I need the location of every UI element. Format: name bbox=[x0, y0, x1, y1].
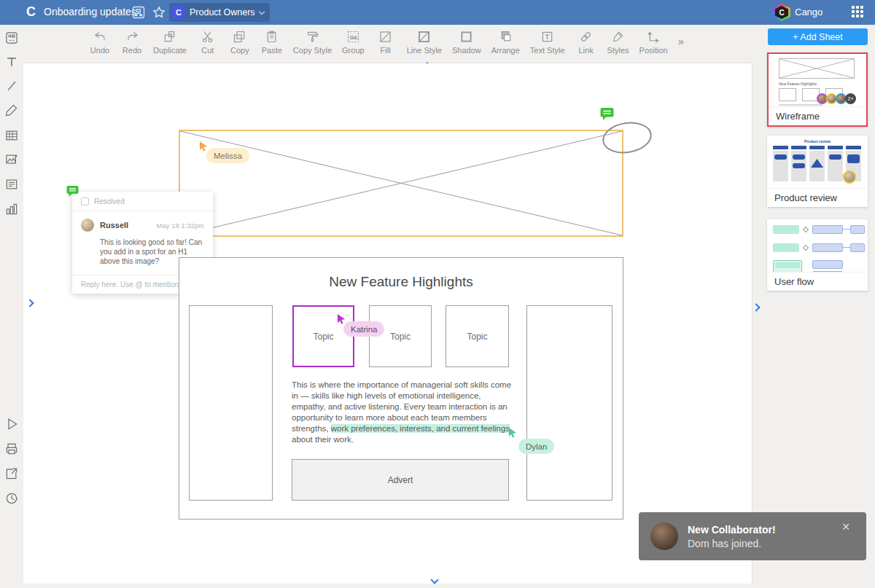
copy-button[interactable]: Copy bbox=[229, 29, 251, 55]
favorite-star-icon[interactable] bbox=[152, 5, 166, 20]
shadow-icon bbox=[459, 29, 474, 44]
table-tool-icon[interactable] bbox=[4, 128, 19, 143]
link-button[interactable]: Link bbox=[575, 29, 597, 55]
sheet-name: Product review bbox=[767, 188, 868, 207]
advert-box-shape[interactable]: Advert bbox=[292, 459, 509, 501]
group-button[interactable]: Group bbox=[342, 29, 365, 55]
copy-style-button[interactable]: Copy Style bbox=[293, 29, 332, 55]
comment-pin-icon[interactable] bbox=[66, 185, 79, 197]
sheet-thumbnail: New Feature Highlights 2+ bbox=[769, 54, 866, 106]
image-placeholder-shape[interactable] bbox=[179, 130, 623, 237]
collaborator-cursor-dylan-icon bbox=[508, 428, 518, 439]
history-icon[interactable] bbox=[4, 491, 19, 506]
undo-button[interactable]: Undo bbox=[89, 29, 111, 55]
wireframe-left-column-shape[interactable] bbox=[189, 305, 273, 501]
paste-button[interactable]: Paste bbox=[261, 29, 283, 55]
group-icon bbox=[346, 29, 361, 44]
expand-right-panel-chevron-icon[interactable] bbox=[752, 303, 760, 311]
text-style-icon bbox=[540, 29, 555, 44]
sheet-card-wireframe[interactable]: New Feature Highlights 2+ Wireframe bbox=[767, 52, 868, 127]
cut-icon bbox=[200, 29, 215, 44]
sheet-thumbnail bbox=[767, 219, 868, 272]
toast-title: New Collaborator! bbox=[688, 524, 776, 536]
top-header-bar: C Onboarding updates C Product Owners C … bbox=[0, 0, 875, 25]
comment-timestamp: May 18 1:32pm bbox=[157, 222, 204, 230]
wireframe-heading[interactable]: New Feature Highlights bbox=[179, 274, 623, 290]
line-style-icon bbox=[416, 29, 432, 44]
toast-close-icon[interactable]: ✕ bbox=[841, 521, 850, 533]
arrange-icon bbox=[498, 29, 513, 44]
commenter-name: Russell bbox=[100, 221, 128, 230]
image-tool-icon[interactable] bbox=[4, 152, 19, 167]
add-sheet-button[interactable]: + Add Sheet bbox=[768, 28, 868, 45]
thumbnail-heading-text: New Feature Highlights bbox=[779, 82, 817, 86]
wireframe-right-column-shape[interactable] bbox=[526, 305, 612, 501]
app-logo-icon[interactable]: C bbox=[26, 4, 36, 20]
highlighted-text: work preferences, interests, and current… bbox=[331, 424, 510, 433]
ellipse-annotation[interactable] bbox=[599, 118, 655, 157]
position-axes-icon bbox=[646, 29, 661, 44]
redo-icon bbox=[125, 29, 140, 44]
sheet-name: User flow bbox=[767, 272, 868, 291]
arrange-button[interactable]: Arrange bbox=[491, 29, 520, 55]
print-icon[interactable] bbox=[4, 442, 19, 456]
main-toolbar: Undo Redo Duplicate Cut Copy Paste Copy … bbox=[0, 25, 752, 63]
redo-button[interactable]: Redo bbox=[121, 29, 143, 55]
sheet-card-user-flow[interactable]: User flow bbox=[767, 219, 868, 291]
sheet-card-product-review[interactable]: Product review Product review bbox=[767, 136, 868, 207]
user-avatar[interactable]: C bbox=[773, 4, 790, 21]
topic-box[interactable]: Topic bbox=[446, 305, 509, 367]
paste-icon bbox=[264, 29, 279, 44]
team-selector-dropdown[interactable]: C Product Owners bbox=[169, 3, 270, 22]
canvas-footer-strip bbox=[23, 584, 752, 588]
resolved-checkbox[interactable] bbox=[81, 197, 89, 205]
styles-button[interactable]: Styles bbox=[607, 29, 629, 55]
sheet-name: Wireframe bbox=[769, 106, 866, 125]
duplicate-icon bbox=[162, 29, 177, 44]
collaborator-cursor-dylan-label: Dylan bbox=[518, 439, 554, 454]
fill-button[interactable]: Fill bbox=[375, 29, 397, 55]
drawing-canvas[interactable]: Melissa Resolved Russell May 18 1:32pm T… bbox=[23, 63, 752, 588]
new-collaborator-toast: New Collaborator! Dom has joined. ✕ bbox=[639, 512, 866, 560]
link-icon bbox=[578, 29, 594, 44]
line-tool-icon[interactable] bbox=[4, 79, 19, 93]
commenter-avatar bbox=[81, 219, 94, 232]
org-chart-icon[interactable] bbox=[131, 5, 146, 20]
document-title: Onboarding updates bbox=[44, 6, 136, 17]
paint-roller-icon bbox=[305, 29, 320, 44]
chart-tool-icon[interactable] bbox=[4, 202, 19, 216]
team-logo-icon: C bbox=[172, 6, 185, 19]
position-button[interactable]: Position bbox=[639, 29, 668, 55]
collaborator-cursor-melissa-label: Melissa bbox=[206, 148, 249, 163]
cut-button[interactable]: Cut bbox=[197, 29, 219, 55]
fill-icon bbox=[378, 29, 393, 44]
apps-grid-icon[interactable] bbox=[852, 6, 865, 19]
collaborator-avatar bbox=[843, 170, 856, 184]
shadow-button[interactable]: Shadow bbox=[452, 29, 481, 55]
sheets-panel: + Add Sheet New Feature Highlights 2+ Wi… bbox=[764, 25, 875, 588]
export-icon[interactable] bbox=[4, 466, 19, 481]
app-window: C Onboarding updates C Product Owners C … bbox=[0, 0, 875, 588]
duplicate-button[interactable]: Duplicate bbox=[153, 29, 187, 55]
toolbar-overflow-button[interactable]: » bbox=[678, 35, 684, 47]
note-tool-icon[interactable] bbox=[4, 177, 19, 192]
text-tool-icon[interactable] bbox=[4, 55, 19, 69]
comment-popup-header: Resolved bbox=[72, 192, 213, 211]
wireframe-paragraph[interactable]: This is where the importance of manageri… bbox=[292, 380, 512, 445]
thumbnail-title-text: Product review bbox=[767, 139, 868, 144]
collaborator-cursor-katrina-label: Katrina bbox=[343, 321, 384, 337]
user-name-label: Cango bbox=[795, 7, 822, 17]
present-play-icon[interactable] bbox=[4, 417, 19, 431]
undo-icon bbox=[93, 29, 108, 44]
comment-pin-icon[interactable] bbox=[600, 107, 614, 121]
collaborator-count-badge: 2+ bbox=[845, 93, 856, 104]
shapes-tool-icon[interactable] bbox=[4, 31, 19, 45]
team-selector-label: Product Owners bbox=[190, 7, 255, 17]
pen-tool-icon[interactable] bbox=[4, 103, 19, 117]
line-style-button[interactable]: Line Style bbox=[407, 29, 442, 55]
styles-pen-icon bbox=[610, 29, 626, 44]
sheet-thumbnail: Product review bbox=[767, 136, 868, 188]
text-style-button[interactable]: Text Style bbox=[530, 29, 565, 55]
toast-message: Dom has joined. bbox=[688, 538, 776, 549]
chevron-down-icon bbox=[258, 8, 264, 14]
